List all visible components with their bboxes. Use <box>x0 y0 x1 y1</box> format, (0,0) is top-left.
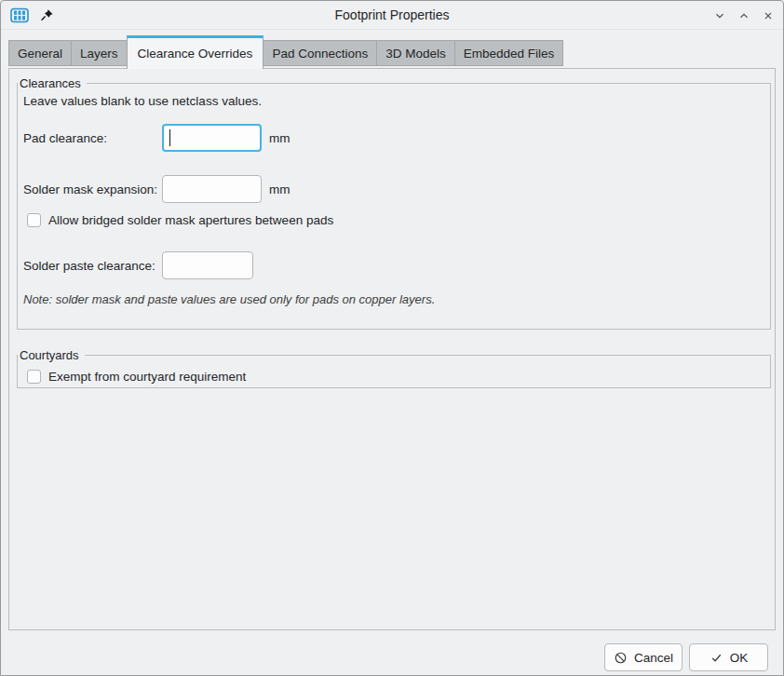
maximize-button chevron-up-icon[interactable] <box>737 8 751 23</box>
exempt-courtyard-row: Exempt from courtyard requirement <box>27 367 246 385</box>
window-controls <box>712 1 776 30</box>
solder-paste-clearance-input[interactable] <box>162 251 253 279</box>
ok-button-label: OK <box>730 651 749 665</box>
clearances-group-label: Clearances <box>18 76 87 90</box>
window-title: Footprint Properties <box>1 7 783 22</box>
allow-bridged-row: Allow bridged solder mask apertures betw… <box>27 210 333 229</box>
tab-general[interactable]: General <box>8 40 72 66</box>
pad-clearance-label: Pad clearance: <box>23 131 162 145</box>
allow-bridged-label[interactable]: Allow bridged solder mask apertures betw… <box>48 213 333 227</box>
slashed-circle-icon <box>614 651 628 665</box>
courtyards-group: Courtyards Exempt from courtyard require… <box>17 355 771 388</box>
clearances-group: Clearances Leave values blank to use net… <box>17 83 771 330</box>
solder-paste-clearance-label: Solder paste clearance: <box>23 259 162 273</box>
exempt-courtyard-checkbox[interactable] <box>27 370 41 384</box>
close-button close-icon[interactable] <box>761 8 776 23</box>
exempt-courtyard-label[interactable]: Exempt from courtyard requirement <box>48 370 246 384</box>
cancel-button[interactable]: Cancel <box>604 643 683 671</box>
tab-3d-models[interactable]: 3D Models <box>376 40 455 66</box>
pin-icon[interactable] <box>40 8 54 22</box>
solder-mask-expansion-label: Solder mask expansion: <box>23 183 162 196</box>
solder-mask-expansion-row: Solder mask expansion: mm <box>23 175 291 203</box>
minimize-button chevron-down-icon[interactable] <box>712 8 727 23</box>
tab-clearance-overrides[interactable]: Clearance Overrides <box>127 35 264 69</box>
solder-mask-expansion-input[interactable] <box>162 175 262 203</box>
titlebar[interactable]: Footprint Properties <box>1 1 783 30</box>
tab-layers[interactable]: Layers <box>71 40 128 66</box>
ok-button[interactable]: OK <box>689 643 768 671</box>
pad-clearance-row: Pad clearance: mm <box>23 124 291 152</box>
copper-layers-note: Note: solder mask and paste values are u… <box>23 292 435 306</box>
tab-content-panel: Clearances Leave values blank to use net… <box>8 68 776 630</box>
pad-clearance-unit: mm <box>269 131 291 145</box>
checkmark-icon <box>710 651 723 665</box>
tab-pad-connections[interactable]: Pad Connections <box>263 40 377 66</box>
solder-mask-expansion-unit: mm <box>269 183 291 196</box>
allow-bridged-checkbox[interactable] <box>27 213 41 227</box>
footprint-icon <box>10 7 29 23</box>
footprint-properties-dialog: Footprint Properties General Layers Clea… <box>0 0 784 676</box>
cancel-button-label: Cancel <box>634 651 673 665</box>
tab-embedded-files[interactable]: Embedded Files <box>454 40 564 66</box>
pad-clearance-input[interactable] <box>162 124 262 152</box>
courtyards-group-label: Courtyards <box>18 348 85 362</box>
netclass-hint-text: Leave values blank to use netclass value… <box>23 94 262 108</box>
solder-paste-clearance-row: Solder paste clearance: <box>23 251 253 279</box>
tab-bar: General Layers Clearance Overrides Pad C… <box>8 35 562 69</box>
text-caret <box>169 129 170 146</box>
